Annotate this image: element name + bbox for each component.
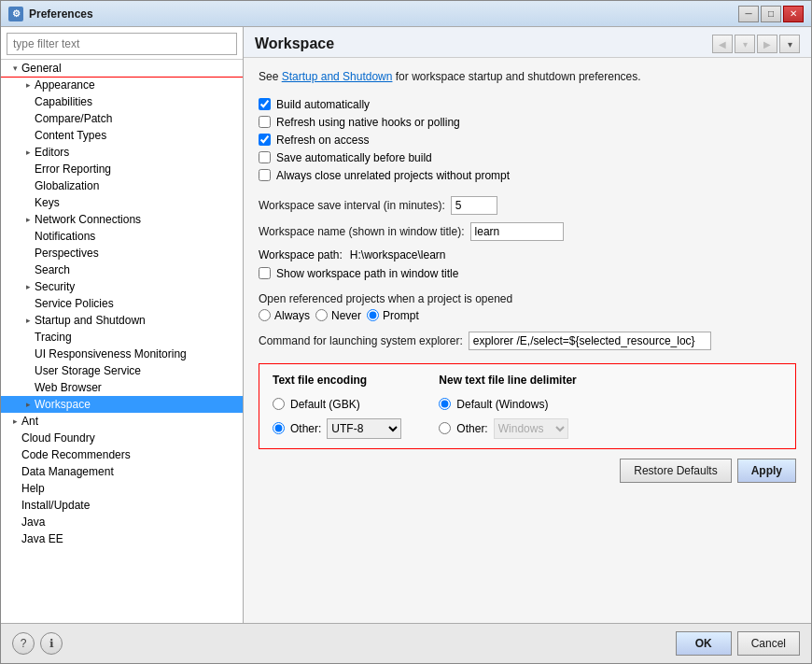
filter-box: [1, 27, 243, 60]
maximize-button[interactable]: □: [761, 6, 781, 22]
tree-item-cloud-foundry[interactable]: Cloud Foundry: [1, 430, 243, 446]
radio-always-input[interactable]: [259, 309, 271, 321]
tree-arrow-tracing: [21, 331, 35, 344]
delimiter-other-label: Other:: [456, 422, 487, 435]
tree-item-keys[interactable]: Keys: [1, 194, 243, 211]
encoding-section: Text file encoding Default (GBK) Other: …: [259, 363, 796, 449]
tree-label-network-connections: Network Connections: [35, 213, 141, 226]
nav-back-button[interactable]: ◀: [712, 35, 733, 53]
dialog-bottom: ? ℹ OK Cancel: [1, 623, 811, 663]
tree-item-network-connections[interactable]: Network Connections: [1, 211, 243, 228]
tree-item-capabilities[interactable]: Capabilities: [1, 93, 243, 110]
checkbox-row-always-close: Always close unrelated projects without …: [259, 169, 796, 182]
tree-item-notifications[interactable]: Notifications: [1, 228, 243, 245]
tree-area[interactable]: GeneralAppearanceCapabilitiesCompare/Pat…: [1, 60, 243, 623]
command-input[interactable]: [469, 332, 711, 350]
tree-item-java-ee[interactable]: Java EE: [1, 530, 243, 547]
delimiter-default-row: Default (Windows): [439, 398, 576, 411]
right-panel: Workspace ◀ ▾ ▶ ▾ See Startup and Shutdo…: [244, 27, 811, 623]
nav-back-dropdown[interactable]: ▾: [735, 35, 755, 53]
save-interval-input[interactable]: [451, 196, 497, 215]
open-projects-radios: Always Never Prompt: [259, 309, 796, 322]
tree-item-ui-responsiveness[interactable]: UI Responsiveness Monitoring: [1, 346, 243, 362]
tree-item-content-types[interactable]: Content Types: [1, 127, 243, 144]
tree-arrow-editors: [21, 146, 35, 159]
encoding-other-row: Other: UTF-8 GBK UTF-16: [273, 418, 401, 439]
encoding-other-label: Other:: [290, 422, 321, 435]
tree-item-search[interactable]: Search: [1, 261, 243, 278]
nav-forward-button[interactable]: ▶: [757, 35, 777, 53]
text-encoding-col: Text file encoding Default (GBK) Other: …: [273, 374, 401, 439]
tree-item-tracing[interactable]: Tracing: [1, 329, 243, 346]
tree-item-java[interactable]: Java: [1, 514, 243, 530]
workspace-path-value: H:\workspace\learn: [350, 248, 446, 261]
info-button[interactable]: ℹ: [40, 632, 63, 655]
ok-button[interactable]: OK: [676, 631, 732, 656]
workspace-name-input[interactable]: [470, 222, 564, 241]
dialog-main: GeneralAppearanceCapabilitiesCompare/Pat…: [1, 27, 811, 623]
tree-item-error-reporting[interactable]: Error Reporting: [1, 161, 243, 177]
tree-item-help[interactable]: Help: [1, 480, 243, 497]
apply-button[interactable]: Apply: [737, 459, 796, 483]
radio-always-label: Always: [274, 309, 310, 322]
tree-label-content-types: Content Types: [35, 129, 106, 142]
startup-shutdown-link[interactable]: Startup and Shutdown: [282, 70, 393, 83]
radio-prompt-input[interactable]: [367, 309, 379, 321]
tree-item-security[interactable]: Security: [1, 278, 243, 295]
close-button[interactable]: ✕: [783, 6, 804, 22]
nav-forward-dropdown[interactable]: ▾: [779, 35, 800, 53]
tree-arrow-code-recommenders: [8, 448, 21, 461]
tree-item-ant[interactable]: Ant: [1, 413, 243, 430]
description-text: See Startup and Shutdown for workspace s…: [259, 69, 796, 85]
tree-item-appearance[interactable]: Appearance: [1, 77, 243, 93]
radio-never-input[interactable]: [315, 309, 328, 321]
tree-label-ui-responsiveness: UI Responsiveness Monitoring: [35, 347, 187, 360]
tree-item-perspectives[interactable]: Perspectives: [1, 245, 243, 261]
tree-label-java: Java: [21, 516, 45, 529]
tree-arrow-startup-shutdown: [21, 314, 35, 327]
tree-item-service-policies[interactable]: Service Policies: [1, 295, 243, 312]
tree-item-general[interactable]: General: [1, 60, 243, 77]
tree-label-tracing: Tracing: [35, 331, 72, 344]
tree-item-workspace[interactable]: Workspace: [1, 396, 243, 413]
minimize-button[interactable]: ─: [738, 6, 759, 22]
checkbox-refresh-native[interactable]: [259, 116, 271, 128]
tree-label-code-recommenders: Code Recommenders: [21, 448, 131, 461]
checkbox-refresh-access[interactable]: [259, 134, 271, 146]
encoding-select[interactable]: UTF-8 GBK UTF-16: [327, 418, 401, 439]
encoding-other-radio[interactable]: [273, 422, 285, 434]
tree-arrow-java: [8, 516, 21, 529]
tree-label-compare-patch: Compare/Patch: [35, 112, 112, 125]
delimiter-default-label: Default (Windows): [456, 398, 548, 411]
tree-item-startup-shutdown[interactable]: Startup and Shutdown: [1, 312, 243, 329]
checkbox-always-close[interactable]: [259, 169, 271, 181]
tree-item-install-update[interactable]: Install/Update: [1, 497, 243, 514]
tree-item-code-recommenders[interactable]: Code Recommenders: [1, 446, 243, 463]
tree-item-web-browser[interactable]: Web Browser: [1, 379, 243, 396]
encoding-default-radio[interactable]: [273, 398, 285, 410]
tree-label-startup-shutdown: Startup and Shutdown: [35, 314, 146, 327]
tree-item-editors[interactable]: Editors: [1, 144, 243, 161]
restore-defaults-button[interactable]: Restore Defaults: [620, 459, 731, 483]
dialog-body: GeneralAppearanceCapabilitiesCompare/Pat…: [1, 27, 811, 663]
delimiter-default-radio[interactable]: [439, 398, 451, 410]
checkbox-label-refresh-native: Refresh using native hooks or polling: [276, 116, 460, 129]
help-button[interactable]: ?: [12, 632, 35, 655]
tree-label-data-management: Data Management: [21, 465, 114, 478]
checkbox-save-auto[interactable]: [259, 151, 271, 163]
tree-arrow-data-management: [8, 465, 21, 478]
tree-arrow-content-types: [21, 129, 35, 142]
tree-item-user-storage[interactable]: User Storage Service: [1, 362, 243, 379]
tree-item-compare-patch[interactable]: Compare/Patch: [1, 110, 243, 127]
tree-label-security: Security: [35, 280, 75, 293]
tree-item-data-management[interactable]: Data Management: [1, 463, 243, 480]
tree-arrow-general: [8, 62, 21, 75]
delimiter-other-radio[interactable]: [439, 422, 451, 434]
cancel-button[interactable]: Cancel: [737, 631, 800, 656]
checkbox-build-auto[interactable]: [259, 98, 271, 110]
checkbox-label-save-auto: Save automatically before build: [276, 151, 432, 164]
delimiter-select[interactable]: Windows Unix Mac: [494, 418, 568, 439]
show-path-checkbox[interactable]: [259, 267, 271, 279]
filter-input[interactable]: [7, 33, 237, 55]
tree-item-globalization[interactable]: Globalization: [1, 177, 243, 194]
